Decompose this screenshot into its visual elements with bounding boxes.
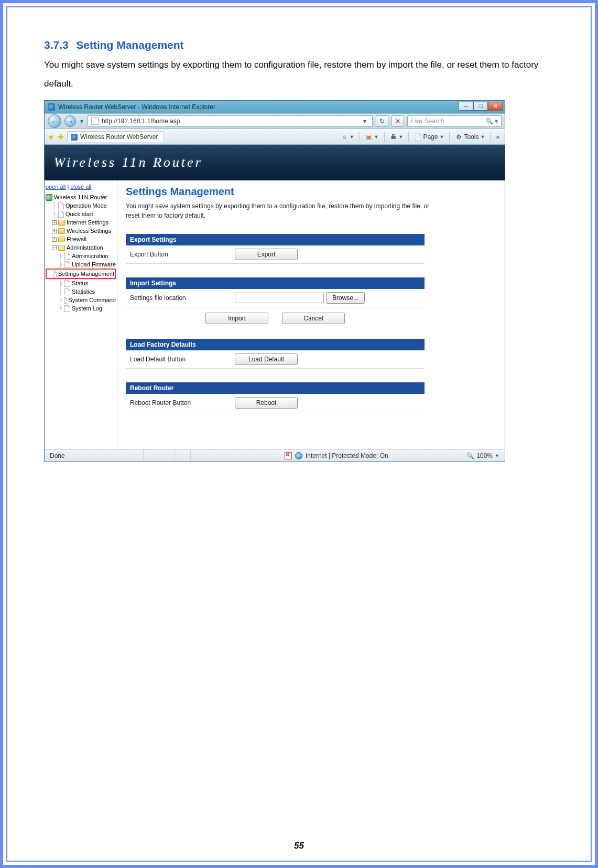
section-number: 3.7.3 [44, 39, 69, 51]
panel-defaults-head: Load Factory Defaults [126, 339, 425, 350]
folder-icon [58, 220, 65, 226]
sidebar-tree: open all | close all Wireless 11N Router… [45, 180, 117, 449]
status-text-left: Done [50, 452, 65, 459]
toolbar-separator [408, 132, 409, 142]
feeds-button[interactable]: ▣▼ [363, 132, 381, 142]
window-titlebar: Wireless Router WebServer - Windows Inte… [45, 101, 505, 113]
content-page-title: Settings Management [126, 186, 495, 198]
internet-zone-icon [295, 452, 302, 459]
page-inner-border: 3.7.3 Setting Management You might save … [6, 6, 592, 862]
browse-button[interactable]: Browse... [326, 292, 365, 304]
tools-menu[interactable]: ⚙Tools ▼ [453, 132, 487, 142]
window-title-text: Wireless Router WebServer - Windows Inte… [58, 103, 215, 111]
section-title: Setting Management [76, 39, 183, 51]
tab-title: Wireless Router WebServer [80, 133, 158, 141]
rss-icon: ▣ [365, 133, 373, 141]
import-file-path-input[interactable] [235, 293, 324, 303]
toolbar-separator [490, 132, 491, 142]
print-button[interactable]: 🖶▼ [388, 132, 406, 142]
favorites-center-icon[interactable]: ★ [48, 133, 55, 141]
address-toolbar: ← → ▼ http://192.168.1.1/home.asp ▾ ↻ ✕ … [45, 113, 505, 129]
panel-export-settings: Export Settings Export Button Export [126, 234, 425, 264]
tree-folder-administration[interactable]: –Administration [46, 243, 116, 252]
page-icon [64, 297, 67, 304]
router-root-icon [46, 194, 52, 201]
expand-plus-icon[interactable]: + [52, 237, 57, 242]
browser-tab[interactable]: Wireless Router WebServer [67, 131, 164, 142]
expand-plus-icon[interactable]: + [52, 229, 57, 233]
nav-back-button[interactable]: ← [48, 114, 61, 128]
search-box[interactable]: Live Search 🔍 ▾ [407, 115, 502, 127]
page-number: 55 [7, 841, 591, 851]
close-all-link[interactable]: close all [71, 184, 92, 190]
minimize-button[interactable]: – [459, 102, 473, 111]
page-favicon-icon [91, 117, 99, 125]
reboot-button[interactable]: Reboot [235, 397, 298, 409]
nav-forward-button[interactable]: → [64, 115, 76, 127]
nav-history-dropdown-icon[interactable]: ▼ [79, 119, 84, 124]
toolbar-separator [449, 132, 450, 142]
toolbar-separator [384, 132, 385, 142]
panel-export-head: Export Settings [126, 234, 425, 245]
page-icon [58, 202, 64, 209]
tree-folder-wireless-settings[interactable]: +Wireless Settings [46, 227, 116, 235]
tree-item-operation-mode[interactable]: ├Operation Mode [46, 201, 116, 210]
status-security-zone: Internet | Protected Mode: On [285, 452, 388, 459]
cancel-button[interactable]: Cancel [282, 313, 345, 324]
banner-text: Wireless 11n Router [54, 155, 203, 170]
section-heading: 3.7.3 Setting Management [44, 39, 554, 51]
export-button-label: Export Button [130, 251, 235, 258]
content-description: You might save system settings by export… [126, 202, 430, 220]
page-icon [58, 211, 64, 218]
spacer [126, 412, 495, 433]
zoom-control[interactable]: 🔍 100% ▼ [466, 452, 499, 459]
panel-import-head: Import Settings [126, 277, 425, 289]
section-body-text: You might save system settings by export… [44, 56, 554, 93]
tree-item-quick-start[interactable]: ├Quick start [46, 210, 116, 218]
refresh-button[interactable]: ↻ [376, 115, 388, 127]
page-menu[interactable]: 📄Page ▼ [412, 132, 446, 142]
stop-button[interactable]: ✕ [392, 115, 404, 127]
router-banner: Wireless 11n Router [45, 145, 505, 180]
address-bar[interactable]: http://192.168.1.1/home.asp ▾ [88, 115, 373, 127]
export-button[interactable]: Export [235, 249, 298, 260]
tree-item-system-command[interactable]: ├System Command [46, 296, 116, 304]
open-all-link[interactable]: open all [46, 184, 66, 190]
status-empty-cells [143, 450, 206, 462]
load-default-button[interactable]: Load Default [235, 353, 298, 365]
collapse-minus-icon[interactable]: – [52, 245, 57, 250]
folder-icon [58, 237, 65, 242]
toolbar-overflow[interactable]: » [494, 132, 502, 142]
home-button[interactable]: ⌂▼ [339, 132, 356, 142]
page-icon [64, 305, 70, 312]
tree-item-statistics[interactable]: ├Statistics [46, 287, 116, 296]
page-icon [53, 271, 57, 277]
import-file-location-label: Settings file location [130, 294, 235, 302]
window-control-buttons: – □ ✕ [459, 102, 503, 111]
page-icon [64, 280, 70, 287]
expand-plus-icon[interactable]: + [52, 220, 57, 225]
tree-item-status[interactable]: ├Status [46, 279, 116, 287]
panel-reboot-router: Reboot Router Reboot Router Button Reboo… [126, 382, 425, 412]
folder-icon [58, 228, 65, 234]
search-icon[interactable]: 🔍 ▾ [485, 117, 498, 125]
tree-item-upload-firmware[interactable]: ├Upload Firmware [46, 260, 116, 269]
tree-root[interactable]: Wireless 11N Router [46, 193, 116, 201]
address-dropdown-icon[interactable]: ▾ [361, 117, 369, 125]
status-zone-text: Internet | Protected Mode: On [306, 452, 388, 459]
home-icon: ⌂ [341, 133, 348, 141]
tree-item-settings-management-selected[interactable]: ├Settings Management [46, 269, 116, 279]
page-menu-icon: 📄 [414, 133, 421, 141]
tree-folder-firewall[interactable]: +Firewall [46, 235, 116, 243]
tree-item-administration[interactable]: ├Administration [46, 252, 116, 260]
page-body: open all | close all Wireless 11N Router… [45, 180, 505, 449]
zoom-icon: 🔍 [466, 452, 474, 459]
maximize-button[interactable]: □ [473, 102, 488, 111]
add-favorite-icon[interactable]: ✚ [58, 133, 64, 141]
zoom-dropdown-icon[interactable]: ▼ [495, 453, 499, 458]
tree-item-system-log[interactable]: └System Log [46, 304, 116, 313]
import-button[interactable]: Import [205, 313, 268, 324]
ie-app-icon [48, 103, 55, 111]
close-button[interactable]: ✕ [488, 102, 503, 111]
tree-folder-internet-settings[interactable]: +Internet Settings [46, 218, 116, 227]
